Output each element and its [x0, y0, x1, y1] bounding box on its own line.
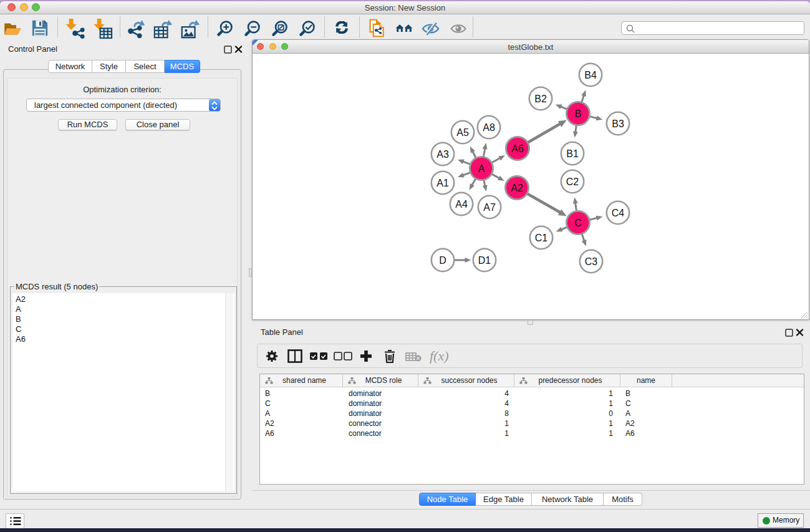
svg-text:A2: A2 [511, 183, 523, 193]
svg-text:C2: C2 [566, 177, 579, 187]
svg-text:A4: A4 [455, 199, 468, 210]
svg-text:B3: B3 [612, 118, 624, 129]
svg-text:A5: A5 [456, 127, 469, 138]
svg-text:C4: C4 [612, 208, 625, 218]
svg-text:A3: A3 [436, 149, 449, 160]
svg-text:D: D [439, 255, 446, 266]
svg-text:C3: C3 [585, 256, 598, 267]
svg-text:A6: A6 [511, 143, 524, 154]
svg-text:D1: D1 [478, 255, 491, 266]
svg-text:B1: B1 [566, 148, 579, 159]
svg-text:C1: C1 [535, 233, 548, 243]
svg-text:A8: A8 [483, 122, 495, 133]
svg-text:C: C [574, 218, 582, 228]
svg-text:A1: A1 [436, 178, 449, 188]
svg-text:A7: A7 [483, 202, 496, 213]
svg-text:B: B [575, 109, 582, 119]
svg-text:A: A [478, 163, 485, 174]
svg-text:B2: B2 [534, 94, 547, 104]
svg-text:B4: B4 [584, 70, 597, 80]
